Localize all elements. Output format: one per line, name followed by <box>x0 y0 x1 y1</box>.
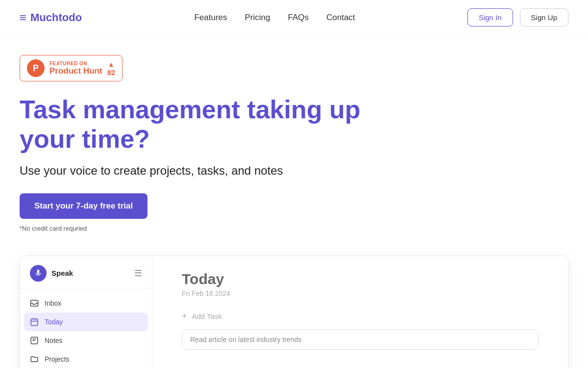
inbox-icon <box>30 299 39 308</box>
nav-actions: Sign In Sign Up <box>467 8 568 26</box>
sidebar-header: Speak ☰ <box>20 256 152 289</box>
logo[interactable]: ≡ Muchtodo <box>20 11 82 25</box>
nav-features[interactable]: Features <box>194 13 227 23</box>
hamburger-icon[interactable]: ☰ <box>134 268 142 279</box>
sidebar-speak: Speak <box>30 265 73 282</box>
main-today-date: Fri Feb 16 2024 <box>182 289 539 297</box>
svg-rect-1 <box>31 319 38 326</box>
hero-subtitle: Use your voice to create projects, tasks… <box>20 164 568 178</box>
plus-icon: + <box>182 311 187 321</box>
ph-icon: P <box>27 59 45 77</box>
app-preview: Speak ☰ Inbox Today <box>20 256 568 368</box>
sidebar-item-projects[interactable]: Projects <box>20 350 152 368</box>
ph-vote-count: 82 <box>107 68 116 77</box>
sidebar-item-notes[interactable]: Notes <box>20 331 152 350</box>
ph-votes: ▲ 82 <box>107 60 116 77</box>
sidebar-nav: Inbox Today Notes Projects <box>20 289 152 368</box>
nav-links: Features Pricing FAQs Contact <box>194 13 355 23</box>
trial-button[interactable]: Start your 7-day free trial <box>20 193 147 219</box>
sidebar-item-inbox[interactable]: Inbox <box>20 294 152 313</box>
main-today-title: Today <box>182 271 539 288</box>
task-item[interactable]: Read article on latest industry trends <box>182 329 539 350</box>
ph-name: Product Hunt <box>49 66 102 76</box>
notes-label: Notes <box>45 337 63 344</box>
ph-featured-on-label: FEATURED ON <box>49 61 102 66</box>
signup-button[interactable]: Sign Up <box>520 8 568 26</box>
notes-icon <box>30 336 39 345</box>
sidebar-item-today[interactable]: Today <box>24 313 148 331</box>
sidebar: Speak ☰ Inbox Today <box>20 256 152 368</box>
ph-text: FEATURED ON Product Hunt <box>49 61 102 76</box>
task-item-text: Read article on latest industry trends <box>190 336 301 343</box>
hero-title: Task management taking up your time? <box>20 95 387 154</box>
microphone-icon <box>30 265 47 282</box>
hero-section: P FEATURED ON Product Hunt ▲ 82 Task man… <box>0 35 588 242</box>
no-cc-note: *No credit card requried <box>20 225 568 232</box>
logo-text: Muchtodo <box>30 11 82 24</box>
folder-icon <box>30 355 39 364</box>
add-task-row[interactable]: + Add Task <box>182 311 539 321</box>
main-content: Today Fri Feb 16 2024 + Add Task Read ar… <box>152 256 568 368</box>
projects-label: Projects <box>45 355 70 363</box>
nav-pricing[interactable]: Pricing <box>245 13 270 23</box>
today-label: Today <box>45 318 63 326</box>
navbar: ≡ Muchtodo Features Pricing FAQs Contact… <box>0 0 588 35</box>
logo-icon: ≡ <box>20 11 26 25</box>
nav-faqs[interactable]: FAQs <box>288 13 309 23</box>
calendar-icon <box>30 317 39 326</box>
speak-label: Speak <box>51 269 73 277</box>
add-task-label: Add Task <box>192 312 222 320</box>
inbox-label: Inbox <box>45 299 61 307</box>
product-hunt-badge[interactable]: P FEATURED ON Product Hunt ▲ 82 <box>20 55 122 81</box>
signin-button[interactable]: Sign In <box>467 8 513 26</box>
ph-arrow-icon: ▲ <box>108 60 115 68</box>
nav-contact[interactable]: Contact <box>326 13 355 23</box>
